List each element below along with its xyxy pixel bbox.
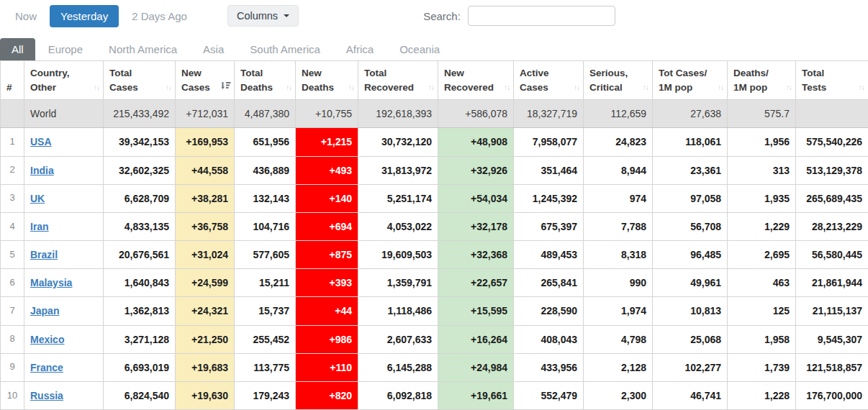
now-button[interactable]: Now (11, 9, 41, 23)
country-link[interactable]: Iran (30, 221, 49, 232)
row-rank: 10 (1, 382, 24, 410)
row-rank: 5 (1, 241, 24, 269)
country-cell: UK (24, 184, 104, 212)
new-recovered-cell: +48,908 (438, 128, 514, 156)
deaths-per-1m-cell: 463 (728, 269, 796, 297)
new-cases-cell: +38,281 (176, 184, 235, 212)
total-recovered-cell: 2,607,633 (358, 325, 438, 353)
total-deaths-cell: 15,211 (235, 269, 296, 297)
column-header-active-cases[interactable]: ActiveCases↑↓ (514, 61, 584, 100)
active-cases-cell: 265,841 (514, 269, 584, 297)
country-cell: Russia (24, 382, 104, 410)
column-header-new-recovered[interactable]: NewRecovered↑↓ (438, 61, 514, 100)
new-recovered-cell: +16,264 (438, 325, 514, 353)
new-cases-cell: +24,599 (176, 269, 235, 297)
cases-per-1m-cell: 97,058 (653, 184, 728, 212)
tab-all[interactable]: All (0, 38, 35, 60)
new-cases-cell: +44,558 (176, 156, 235, 184)
country-cell: Malaysia (24, 269, 104, 297)
column-header-country-other[interactable]: Country,Other↑↓ (24, 61, 104, 100)
yesterday-button[interactable]: Yesterday (50, 5, 119, 27)
serious-critical-cell: 2,300 (584, 382, 653, 410)
search-input[interactable] (468, 6, 615, 26)
new-deaths-cell: +820 (296, 382, 358, 410)
total-cases-cell: 20,676,561 (104, 241, 176, 269)
total-deaths-cell: 436,889 (235, 156, 296, 184)
total-tests-cell: 176,700,000 (796, 382, 868, 410)
column-header-total-cases[interactable]: TotalCases↑↓ (104, 61, 176, 100)
total-deaths-cell: 15,737 (235, 297, 296, 325)
tab-europe[interactable]: Europe (35, 38, 96, 60)
country-cell: World (24, 100, 104, 128)
columns-dropdown-button[interactable]: Columns (227, 5, 299, 27)
country-cell: India (24, 156, 104, 184)
country-link[interactable]: UK (30, 193, 45, 204)
total-tests-cell: 513,129,378 (796, 156, 868, 184)
active-cases-cell: 1,245,392 (514, 184, 584, 212)
serious-critical-cell: 112,659 (584, 100, 653, 128)
covid-table: #Country,Other↑↓TotalCases↑↓NewCasesTota… (0, 60, 868, 410)
new-cases-cell: +31,024 (176, 241, 235, 269)
country-link[interactable]: Japan (30, 305, 59, 316)
country-link[interactable]: France (30, 362, 63, 373)
total-recovered-cell: 6,092,818 (358, 382, 438, 410)
tab-asia[interactable]: Asia (190, 38, 237, 60)
total-recovered-cell: 1,359,791 (358, 269, 438, 297)
serious-critical-cell: 4,798 (584, 325, 653, 353)
column-header-new-deaths[interactable]: NewDeaths↑↓ (296, 61, 358, 100)
sort-icon: ↑↓ (286, 83, 291, 94)
active-cases-cell: 675,397 (514, 212, 584, 240)
cases-per-1m-cell: 56,708 (653, 212, 728, 240)
total-tests-cell: 28,213,229 (796, 212, 868, 240)
column-header-total-tests[interactable]: TotalTests↑↓ (796, 61, 868, 100)
new-deaths-cell: +493 (296, 156, 358, 184)
table-row: 5Brazil20,676,561+31,024577,605+87519,60… (1, 241, 868, 269)
active-cases-cell: 228,590 (514, 297, 584, 325)
deaths-per-1m-cell: 575.7 (728, 100, 796, 128)
new-cases-cell: +712,031 (176, 100, 235, 128)
country-link[interactable]: Russia (30, 390, 63, 401)
total-recovered-cell: 19,609,503 (358, 241, 438, 269)
deaths-per-1m-cell: 1,739 (728, 353, 796, 381)
column-header-tot-cases-1m-pop[interactable]: Tot Cases/1M pop↑↓ (653, 61, 728, 100)
total-recovered-cell: 4,053,022 (358, 212, 438, 240)
column-header-serious-critical[interactable]: Serious,Critical↑↓ (584, 61, 653, 100)
total-tests-cell: 21,861,944 (796, 269, 868, 297)
column-header-new-cases[interactable]: NewCases (176, 61, 235, 100)
sort-icon: ↑↓ (718, 83, 723, 94)
tab-north-america[interactable]: North America (96, 38, 190, 60)
active-cases-cell: 433,956 (514, 353, 584, 381)
two-days-ago-button[interactable]: 2 Days Ago (127, 9, 191, 23)
sort-icon: ↑↓ (94, 83, 99, 94)
sort-icon: ↑↓ (166, 83, 171, 94)
country-link[interactable]: Brazil (30, 249, 58, 260)
caret-down-icon (284, 14, 289, 17)
country-link[interactable]: Malaysia (30, 277, 72, 288)
total-tests-cell: 9,545,307 (796, 325, 868, 353)
country-cell: Japan (24, 297, 104, 325)
deaths-per-1m-cell: 1,228 (728, 382, 796, 410)
new-deaths-cell: +694 (296, 212, 358, 240)
tab-africa[interactable]: Africa (333, 38, 386, 60)
total-deaths-cell: 577,605 (235, 241, 296, 269)
country-link[interactable]: India (30, 165, 54, 176)
total-cases-cell: 1,640,843 (104, 269, 176, 297)
tab-south-america[interactable]: South America (237, 38, 333, 60)
sort-icon: ↑↓ (786, 83, 792, 94)
column-header-total-recovered[interactable]: TotalRecovered↑↓ (358, 61, 438, 100)
new-deaths-cell: +1,215 (296, 128, 358, 156)
new-cases-cell: +19,630 (176, 382, 235, 410)
active-cases-cell: 351,464 (514, 156, 584, 184)
table-row: 4Iran4,833,135+36,758104,716+6944,053,02… (1, 212, 868, 240)
country-cell: Iran (24, 212, 104, 240)
new-recovered-cell: +32,926 (438, 156, 514, 184)
country-link[interactable]: Mexico (30, 334, 64, 345)
tab-oceania[interactable]: Oceania (386, 38, 453, 60)
row-rank: 2 (1, 156, 24, 184)
cases-per-1m-cell: 96,485 (653, 241, 728, 269)
column-header-total-deaths[interactable]: TotalDeaths↑↓ (235, 61, 296, 100)
country-link[interactable]: USA (30, 136, 52, 147)
column-header-deaths-1m-pop[interactable]: Deaths/1M pop↑↓ (728, 61, 796, 100)
total-deaths-cell: 132,143 (235, 184, 296, 212)
serious-critical-cell: 8,318 (584, 241, 653, 269)
